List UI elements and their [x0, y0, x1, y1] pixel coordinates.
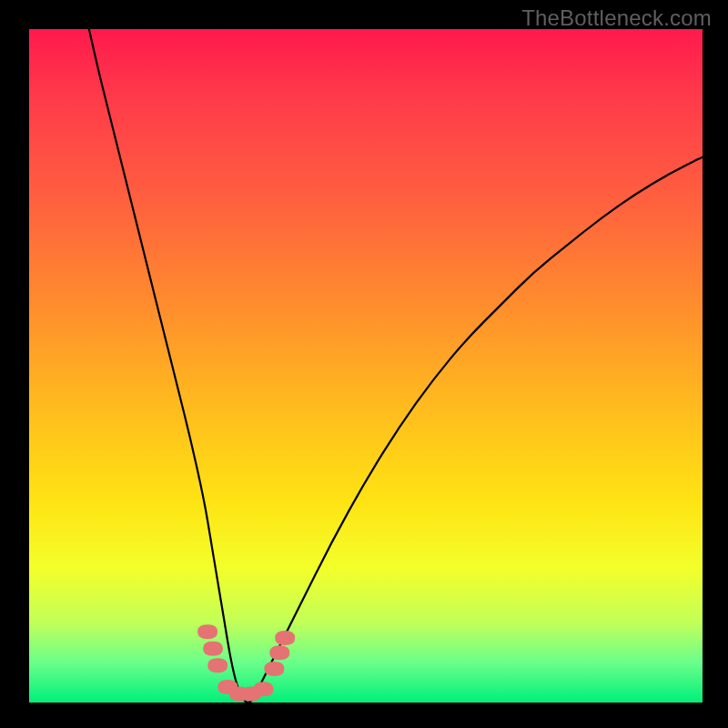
marker-left-mid	[203, 642, 223, 656]
marker-left-lower	[207, 658, 228, 672]
marker-right-mid	[269, 645, 289, 660]
watermark-text: TheBottleneck.com	[521, 5, 712, 31]
marker-bottom-4	[254, 682, 274, 696]
marker-right-upper	[275, 631, 295, 645]
marker-left-upper	[197, 624, 217, 639]
plot-area	[29, 29, 703, 703]
marker-layer	[29, 29, 703, 703]
chart-frame: TheBottleneck.com	[0, 0, 728, 728]
marker-right-lower	[264, 662, 284, 676]
